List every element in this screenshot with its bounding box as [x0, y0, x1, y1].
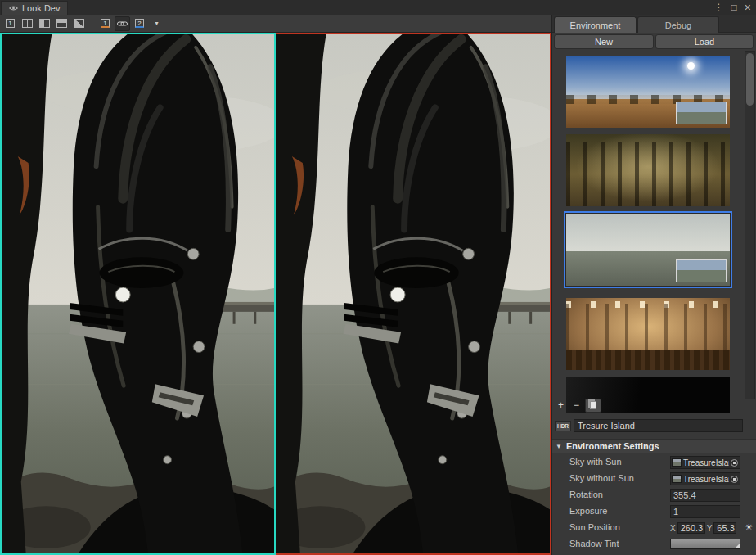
environment-2-button[interactable]: 2 — [132, 16, 147, 31]
foldout-arrow-icon: ▼ — [556, 443, 562, 450]
duplicate-environment-button[interactable] — [585, 399, 601, 413]
render-view-2[interactable] — [276, 33, 551, 555]
sun-icon[interactable]: ☀ — [743, 521, 755, 534]
chevron-down-icon: ▾ — [155, 20, 158, 27]
environment-list-scrollbar[interactable] — [745, 51, 755, 399]
eye-icon — [9, 5, 18, 11]
preview-inset — [676, 259, 727, 282]
zone-view-icon — [56, 19, 67, 28]
sky-with-sun-label: Sky with Sun — [569, 457, 622, 467]
lookdev-toolbar: 1 1 2 ▾ — [0, 15, 551, 33]
tab-environment[interactable]: Environment — [554, 16, 637, 33]
side-by-side-icon — [22, 19, 33, 28]
shadow-tint-label: Shadow Tint — [569, 539, 619, 548]
thumbnail-image — [566, 214, 730, 286]
row-sky-without-sun: Sky without Sun TreasureIslandWh — [552, 472, 756, 486]
side-by-side-view-button[interactable] — [20, 16, 35, 31]
rotation-field[interactable]: 355.4 — [670, 489, 740, 502]
load-button[interactable]: Load — [655, 34, 754, 49]
remove-environment-button[interactable]: − — [569, 399, 583, 413]
object-picker-icon[interactable] — [731, 459, 738, 467]
link-environments-button[interactable] — [115, 16, 130, 31]
cubemap-thumb-icon — [672, 475, 682, 483]
y-axis-label: Y — [707, 524, 713, 533]
exposure-field[interactable]: 1 — [670, 505, 740, 518]
rotation-label: Rotation — [569, 490, 603, 499]
close-icon[interactable]: × — [745, 0, 751, 15]
row-sky-with-sun: Sky with Sun TreasureIslandWh — [552, 455, 756, 470]
panel-tabs: Environment Debug — [552, 15, 756, 33]
add-environment-button[interactable]: + — [554, 399, 568, 413]
single-view-icon: 1 — [6, 19, 15, 28]
hdri-thumbnail-forest[interactable] — [566, 134, 730, 206]
sky-layer — [566, 214, 730, 251]
hdr-name-row: HDR Tresure Island — [555, 418, 743, 433]
views-dropdown-button[interactable]: ▾ — [149, 16, 164, 31]
new-button[interactable]: New — [554, 34, 654, 49]
church-pews-layer — [566, 350, 730, 370]
x-axis-label: X — [670, 524, 676, 533]
split-view-button[interactable] — [37, 16, 52, 31]
hdr-name-field[interactable]: Tresure Island — [574, 419, 743, 432]
render-view-1[interactable] — [0, 33, 276, 555]
exposure-label: Exposure — [569, 506, 607, 516]
render-viewport — [0, 33, 551, 555]
window-controls: ⋮ □ × — [714, 0, 751, 15]
environment-1-icon: 1 — [101, 19, 110, 28]
hdri-thumbnail-church[interactable] — [566, 298, 730, 370]
sun-position-fields: X 260.3 Y 65.3 — [670, 521, 740, 535]
sun-x-field[interactable]: 260.3 — [677, 522, 705, 534]
maximize-icon[interactable]: □ — [731, 0, 737, 15]
environment-settings-title: Environment Settings — [566, 441, 659, 451]
render-image-2 — [276, 34, 550, 553]
sun-position-label: Sun Position — [569, 522, 620, 532]
environment-panel: Environment Debug New Load — [551, 15, 756, 555]
sky-without-sun-value: TreasureIslandWh — [683, 475, 729, 484]
single-view-button[interactable]: 1 — [2, 16, 18, 31]
preview-inset — [676, 102, 727, 124]
object-picker-icon[interactable] — [731, 476, 738, 483]
hdr-badge: HDR — [555, 421, 571, 431]
row-exposure: Exposure 1 — [552, 504, 756, 519]
row-sun-position: Sun Position X 260.3 Y 65.3 ☀ — [552, 521, 756, 535]
color-picker-corner-icon — [735, 544, 740, 548]
sky-layer — [566, 56, 730, 101]
diagonal-split-icon — [74, 19, 84, 28]
render-image-1 — [2, 34, 274, 553]
tab-debug[interactable]: Debug — [637, 16, 719, 33]
forest-trunks-layer — [566, 142, 730, 206]
window-tab-look-dev[interactable]: Look Dev — [1, 1, 68, 15]
row-shadow-tint: Shadow Tint — [552, 537, 756, 552]
shadow-tint-swatch[interactable] — [670, 539, 740, 549]
environment-settings-header[interactable]: ▼ Environment Settings — [552, 439, 756, 453]
title-bar: Look Dev ⋮ □ × — [0, 0, 756, 15]
cubemap-thumb-icon — [672, 458, 682, 467]
scrollbar-thumb[interactable] — [746, 53, 754, 106]
zone-view-button[interactable] — [54, 16, 70, 31]
row-rotation: Rotation 355.4 — [552, 488, 756, 503]
sky-without-sun-label: Sky without Sun — [569, 473, 634, 483]
link-icon — [117, 20, 128, 27]
duplicate-icon — [590, 401, 596, 409]
environment-actions: New Load — [552, 34, 756, 51]
sky-without-sun-field[interactable]: TreasureIslandWh — [670, 472, 740, 485]
environment-1-button[interactable]: 1 — [97, 16, 113, 31]
sun-y-field[interactable]: 65.3 — [713, 522, 736, 534]
hdri-thumbnail-desert[interactable] — [566, 56, 730, 128]
sun-dot — [687, 62, 695, 70]
split-view-icon — [39, 19, 50, 28]
window-menu-icon[interactable]: ⋮ — [714, 0, 724, 15]
diagonal-split-view-button[interactable] — [71, 16, 87, 31]
hdri-thumbnail-treasure-island-selected[interactable] — [564, 211, 732, 288]
sky-with-sun-value: TreasureIslandWh — [683, 458, 729, 467]
look-dev-window: Look Dev ⋮ □ × 1 1 — [0, 0, 756, 555]
environment-list-controls: + − — [554, 398, 601, 413]
sky-with-sun-field[interactable]: TreasureIslandWh — [670, 456, 740, 469]
environment-2-icon: 2 — [135, 19, 144, 28]
window-title: Look Dev — [22, 3, 60, 13]
